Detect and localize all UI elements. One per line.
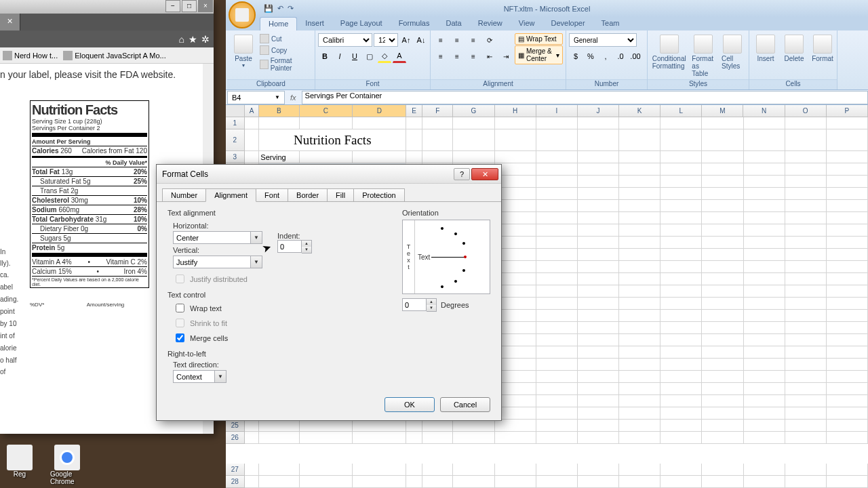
column-header[interactable]: G	[453, 105, 494, 117]
cell[interactable]	[660, 249, 702, 261]
cell[interactable]	[453, 129, 494, 151]
cell[interactable]	[536, 359, 578, 371]
cell[interactable]	[259, 117, 299, 129]
column-header[interactable]: M	[702, 105, 743, 117]
cell[interactable]	[578, 261, 619, 273]
cell[interactable]	[785, 346, 827, 359]
cell[interactable]	[785, 432, 827, 444]
cell[interactable]	[660, 476, 702, 488]
dialog-tab-number[interactable]: Number	[162, 188, 206, 202]
cell[interactable]	[536, 476, 578, 488]
cell[interactable]	[619, 407, 660, 420]
cell[interactable]	[660, 273, 702, 285]
column-header[interactable]: L	[660, 105, 702, 117]
cell[interactable]	[619, 322, 660, 334]
cell[interactable]	[785, 310, 827, 322]
cell[interactable]	[619, 176, 660, 188]
font-color-button[interactable]: A	[393, 49, 406, 63]
dropdown-button[interactable]: ▼	[215, 370, 226, 383]
cell[interactable]	[353, 464, 406, 476]
cell[interactable]	[702, 224, 743, 237]
cell[interactable]	[536, 249, 578, 261]
undo-icon[interactable]: ↶	[277, 4, 283, 13]
column-header[interactable]: H	[495, 105, 536, 117]
cell[interactable]	[536, 464, 578, 476]
cell[interactable]	[536, 407, 578, 420]
cell[interactable]	[536, 117, 578, 129]
cell[interactable]	[536, 322, 578, 334]
cell[interactable]	[300, 420, 353, 432]
cell[interactable]	[702, 200, 743, 212]
row-header[interactable]: 28	[226, 476, 245, 488]
text-direction-combo[interactable]	[173, 370, 215, 383]
cell[interactable]	[619, 261, 660, 273]
cell[interactable]	[619, 151, 660, 163]
cell[interactable]	[422, 476, 453, 488]
cell[interactable]	[744, 359, 785, 371]
cell[interactable]	[453, 476, 494, 488]
cell[interactable]	[744, 334, 785, 346]
cell[interactable]	[744, 420, 785, 432]
insert-cells-button[interactable]: Insert	[752, 33, 779, 64]
italic-button[interactable]: I	[333, 49, 347, 63]
cell[interactable]	[702, 383, 743, 395]
cell[interactable]	[702, 273, 743, 285]
cell[interactable]	[744, 371, 785, 383]
cell[interactable]	[744, 346, 785, 359]
cell[interactable]	[827, 322, 868, 334]
cell[interactable]	[245, 117, 260, 129]
cell[interactable]	[827, 212, 868, 224]
formula-input[interactable]: Servings Per Container	[302, 91, 868, 104]
cell[interactable]	[578, 117, 619, 129]
spin-down[interactable]: ▼	[302, 247, 311, 253]
cell[interactable]	[619, 383, 660, 395]
cell[interactable]	[495, 117, 536, 129]
cell[interactable]	[245, 420, 260, 432]
cell[interactable]	[536, 273, 578, 285]
cell[interactable]	[578, 237, 619, 249]
cell[interactable]	[660, 310, 702, 322]
cell[interactable]	[536, 395, 578, 407]
cell[interactable]	[422, 432, 453, 444]
cell[interactable]	[353, 151, 406, 163]
dropdown-button[interactable]: ▼	[251, 256, 262, 268]
align-middle-button[interactable]: ≡	[450, 33, 465, 47]
cell[interactable]	[785, 117, 827, 129]
paste-button[interactable]: Paste▾	[230, 33, 257, 70]
cell[interactable]	[536, 383, 578, 395]
cell[interactable]	[827, 346, 868, 359]
desktop-icon-reg[interactable]: Reg	[3, 445, 37, 485]
cell[interactable]	[422, 420, 453, 432]
cell[interactable]	[536, 163, 578, 176]
cell[interactable]	[660, 176, 702, 188]
cell[interactable]	[619, 200, 660, 212]
cell[interactable]	[827, 285, 868, 298]
tab-home[interactable]: Home	[260, 17, 297, 30]
cell[interactable]	[785, 395, 827, 407]
underline-button[interactable]: U	[348, 49, 361, 63]
cell[interactable]	[785, 476, 827, 488]
cell[interactable]	[660, 285, 702, 298]
column-header[interactable]: D	[353, 105, 406, 117]
cell[interactable]	[827, 371, 868, 383]
cell[interactable]	[300, 151, 353, 163]
cell[interactable]	[453, 464, 494, 476]
cell[interactable]	[827, 237, 868, 249]
cell[interactable]	[660, 151, 702, 163]
cell[interactable]	[702, 212, 743, 224]
increase-font-button[interactable]: A↑	[399, 33, 413, 47]
desktop-icon-chrome[interactable]: Google Chrome	[50, 445, 84, 485]
dialog-tab-fill[interactable]: Fill	[327, 188, 354, 202]
cell[interactable]	[744, 237, 785, 249]
cell[interactable]	[578, 407, 619, 420]
row-header[interactable]: 2	[226, 129, 245, 151]
tab-view[interactable]: View	[511, 17, 543, 30]
cell[interactable]	[744, 249, 785, 261]
cell[interactable]	[578, 200, 619, 212]
cut-button[interactable]: Cut	[258, 33, 312, 44]
cell[interactable]	[744, 464, 785, 476]
star-icon[interactable]: ★	[189, 34, 197, 45]
cell[interactable]	[619, 298, 660, 310]
cell[interactable]	[785, 298, 827, 310]
cell[interactable]	[619, 371, 660, 383]
